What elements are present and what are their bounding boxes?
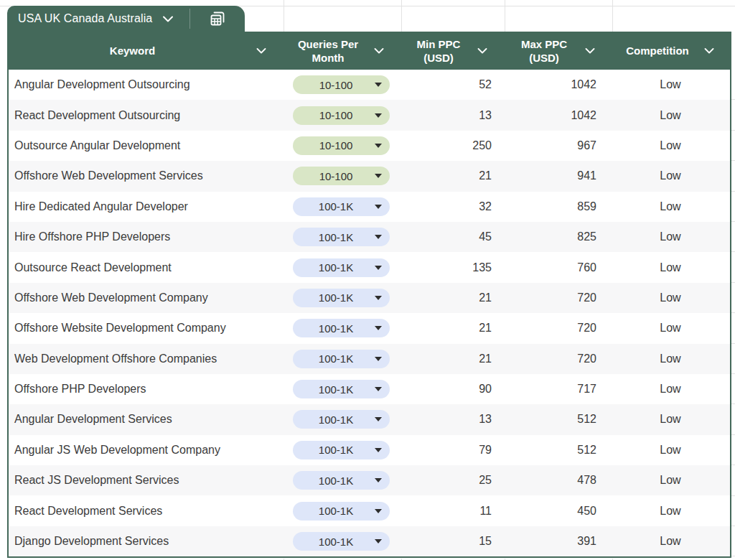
- competition-cell[interactable]: Low: [611, 131, 730, 161]
- min-ppc-value: 15: [479, 535, 492, 548]
- keyword-cell[interactable]: Web Development Offshore Companies: [9, 344, 282, 374]
- competition-cell[interactable]: Low: [611, 70, 730, 100]
- keyword-cell[interactable]: Offshore Website Development Company: [9, 313, 282, 343]
- competition-cell[interactable]: Low: [611, 435, 730, 465]
- keyword-cell[interactable]: Offshore Web Development Services: [9, 161, 282, 191]
- max-ppc-cell[interactable]: 720: [503, 344, 611, 374]
- competition-cell[interactable]: Low: [611, 222, 730, 252]
- max-ppc-cell[interactable]: 760: [503, 252, 611, 282]
- min-ppc-cell[interactable]: 13: [400, 100, 503, 130]
- competition-cell[interactable]: Low: [611, 192, 730, 222]
- queries-dropdown[interactable]: 10-100: [293, 106, 390, 125]
- chevron-down-icon[interactable]: [704, 48, 730, 54]
- keyword-cell[interactable]: Outsource React Development: [9, 252, 282, 282]
- competition-cell[interactable]: Low: [611, 495, 730, 526]
- competition-cell[interactable]: Low: [611, 283, 730, 313]
- queries-dropdown[interactable]: 100-1K: [293, 228, 390, 246]
- min-ppc-cell[interactable]: 79: [400, 435, 503, 465]
- competition-cell[interactable]: Low: [611, 100, 730, 130]
- queries-dropdown[interactable]: 100-1K: [293, 350, 390, 368]
- chevron-down-icon[interactable]: [162, 16, 174, 22]
- queries-dropdown[interactable]: 10-100: [293, 136, 390, 155]
- min-ppc-cell[interactable]: 52: [400, 70, 503, 100]
- keyword-cell[interactable]: Offshore Web Development Company: [9, 283, 282, 313]
- queries-dropdown[interactable]: 100-1K: [293, 319, 390, 337]
- queries-dropdown[interactable]: 100-1K: [293, 258, 390, 277]
- keyword-cell[interactable]: React Development Services: [9, 495, 282, 526]
- column-header-competition[interactable]: Competition: [611, 32, 730, 70]
- keyword-cell[interactable]: Angular Development Services: [9, 404, 282, 434]
- column-header-min-ppc[interactable]: Min PPC (USD): [400, 32, 503, 70]
- table-sheets-icon[interactable]: [190, 9, 245, 28]
- keyword-cell[interactable]: Outsource Angular Development: [9, 131, 282, 161]
- min-ppc-cell[interactable]: 11: [400, 495, 503, 526]
- min-ppc-cell[interactable]: 32: [400, 192, 503, 222]
- column-header-keyword[interactable]: Keyword: [9, 32, 282, 70]
- queries-dropdown[interactable]: 100-1K: [293, 289, 390, 307]
- max-ppc-cell[interactable]: 825: [503, 222, 611, 252]
- min-ppc-cell[interactable]: 13: [400, 404, 503, 434]
- min-ppc-cell[interactable]: 45: [400, 222, 503, 252]
- competition-cell[interactable]: Low: [611, 374, 730, 404]
- keyword-cell[interactable]: Hire Dedicated Angular Developer: [9, 192, 282, 222]
- min-ppc-cell[interactable]: 25: [400, 465, 503, 495]
- keyword-cell[interactable]: React JS Development Services: [9, 465, 282, 495]
- keyword-text: Outsource React Development: [14, 261, 172, 274]
- competition-cell[interactable]: Low: [611, 404, 730, 434]
- min-ppc-cell[interactable]: 21: [400, 344, 503, 374]
- max-ppc-cell[interactable]: 450: [503, 495, 611, 526]
- max-ppc-cell[interactable]: 859: [503, 192, 611, 222]
- max-ppc-cell[interactable]: 1042: [503, 100, 611, 130]
- max-ppc-cell[interactable]: 391: [503, 526, 611, 556]
- queries-dropdown[interactable]: 100-1K: [293, 441, 390, 459]
- queries-dropdown[interactable]: 10-100: [293, 167, 390, 185]
- max-ppc-cell[interactable]: 512: [503, 435, 611, 465]
- competition-cell[interactable]: Low: [611, 313, 730, 343]
- queries-dropdown[interactable]: 100-1K: [293, 532, 390, 551]
- min-ppc-cell[interactable]: 21: [400, 313, 503, 343]
- max-ppc-cell[interactable]: 720: [503, 283, 611, 313]
- min-ppc-cell[interactable]: 21: [400, 161, 503, 191]
- competition-cell[interactable]: Low: [611, 252, 730, 282]
- keyword-cell[interactable]: Offshore PHP Developers: [9, 374, 282, 404]
- queries-dropdown[interactable]: 100-1K: [293, 380, 390, 398]
- max-ppc-cell[interactable]: 1042: [503, 70, 611, 100]
- keyword-cell[interactable]: Django Development Services: [9, 526, 282, 556]
- competition-cell[interactable]: Low: [611, 344, 730, 374]
- min-ppc-cell[interactable]: 135: [400, 252, 503, 282]
- min-ppc-cell[interactable]: 250: [400, 131, 503, 161]
- max-ppc-cell[interactable]: 512: [503, 404, 611, 434]
- chevron-down-icon[interactable]: [374, 48, 400, 54]
- max-ppc-cell[interactable]: 720: [503, 313, 611, 343]
- max-ppc-cell[interactable]: 478: [503, 465, 611, 495]
- competition-cell[interactable]: Low: [611, 465, 730, 495]
- keyword-cell[interactable]: Angular Development Outsourcing: [9, 70, 282, 100]
- max-ppc-cell[interactable]: 967: [503, 131, 611, 161]
- keyword-cell[interactable]: Angular JS Web Development Company: [9, 435, 282, 465]
- keyword-cell[interactable]: Hire Offshore PHP Developers: [9, 222, 282, 252]
- max-ppc-cell[interactable]: 717: [503, 374, 611, 404]
- queries-cell: 100-1K: [282, 435, 400, 465]
- min-ppc-cell[interactable]: 21: [400, 283, 503, 313]
- queries-dropdown[interactable]: 100-1K: [293, 502, 390, 521]
- queries-dropdown[interactable]: 100-1K: [293, 471, 390, 490]
- table-name-tab[interactable]: USA UK Canada Australia: [7, 6, 245, 32]
- dropdown-arrow-icon: [375, 539, 382, 543]
- competition-cell[interactable]: Low: [611, 526, 730, 556]
- table-row: React Development Outsourcing 10-100 13 …: [9, 100, 730, 130]
- queries-dropdown[interactable]: 100-1K: [293, 197, 390, 216]
- keyword-text: React Development Services: [14, 505, 162, 518]
- gridline-vertical: [284, 0, 284, 32]
- queries-dropdown[interactable]: 10-100: [293, 75, 390, 94]
- max-ppc-cell[interactable]: 941: [503, 161, 611, 191]
- keyword-cell[interactable]: React Development Outsourcing: [9, 100, 282, 130]
- column-header-max-ppc[interactable]: Max PPC (USD): [503, 32, 611, 70]
- column-header-queries-per-month[interactable]: Queries Per Month: [282, 32, 400, 70]
- queries-dropdown[interactable]: 100-1K: [293, 410, 390, 429]
- min-ppc-cell[interactable]: 90: [400, 374, 503, 404]
- competition-cell[interactable]: Low: [611, 161, 730, 191]
- chevron-down-icon[interactable]: [477, 48, 503, 54]
- chevron-down-icon[interactable]: [585, 48, 611, 54]
- min-ppc-cell[interactable]: 15: [400, 526, 503, 556]
- chevron-down-icon[interactable]: [256, 48, 282, 54]
